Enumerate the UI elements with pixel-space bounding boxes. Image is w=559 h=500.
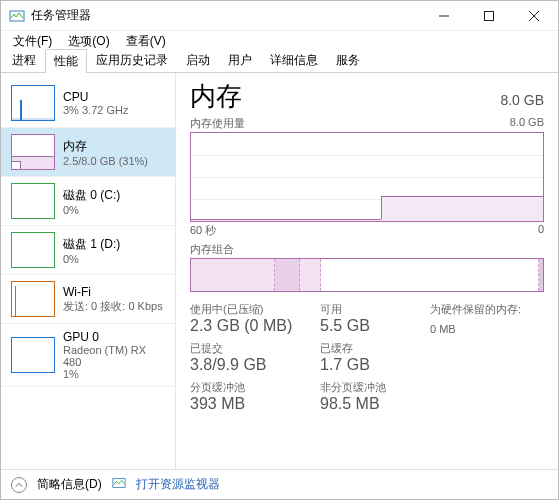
- sidebar-item-wifi[interactable]: Wi-Fi 发送: 0 接收: 0 Kbps: [1, 275, 175, 324]
- sidebar-item-sub: 2.5/8.0 GB (31%): [63, 155, 167, 167]
- sidebar-item-sub: 3% 3.72 GHz: [63, 104, 167, 116]
- usage-chart-max: 8.0 GB: [510, 116, 544, 131]
- disk-thumb-icon: [11, 183, 55, 219]
- stat-available-label: 可用: [320, 302, 430, 317]
- sidebar: CPU 3% 3.72 GHz 内存 2.5/8.0 GB (31%) 磁盘 0…: [1, 73, 176, 469]
- close-button[interactable]: [511, 1, 556, 30]
- stat-nonpaged-label: 非分页缓冲池: [320, 380, 430, 395]
- detail-title: 内存: [190, 79, 242, 114]
- titlebar: 任务管理器: [1, 1, 558, 31]
- sidebar-item-label: 磁盘 1 (D:): [63, 236, 167, 253]
- disk-thumb-icon: [11, 232, 55, 268]
- stat-paged-label: 分页缓冲池: [190, 380, 320, 395]
- footer: 简略信息(D) 打开资源监视器: [1, 469, 558, 499]
- sidebar-item-sub: 发送: 0 接收: 0 Kbps: [63, 299, 167, 314]
- resmon-icon: [112, 476, 126, 493]
- stat-paged-value: 393 MB: [190, 395, 320, 413]
- sidebar-item-disk0[interactable]: 磁盘 0 (C:) 0%: [1, 177, 175, 226]
- stat-inuse-label: 使用中(已压缩): [190, 302, 320, 317]
- sidebar-item-sub: 0%: [63, 204, 167, 216]
- sidebar-item-label: Wi-Fi: [63, 285, 167, 299]
- cpu-thumb-icon: [11, 85, 55, 121]
- tab-users[interactable]: 用户: [219, 48, 261, 72]
- svg-rect-2: [484, 11, 493, 20]
- memory-composition-chart[interactable]: [190, 258, 544, 292]
- window-title: 任务管理器: [31, 7, 421, 24]
- stat-committed-label: 已提交: [190, 341, 320, 356]
- fewer-details-button[interactable]: 简略信息(D): [37, 476, 102, 493]
- taskmgr-icon: [9, 8, 25, 24]
- sidebar-item-sub: Radeon (TM) RX 480: [63, 344, 167, 368]
- usage-chart-label: 内存使用量: [190, 116, 245, 131]
- stat-cached-value: 1.7 GB: [320, 356, 430, 374]
- timeline-right: 0: [538, 223, 544, 238]
- stat-inuse-value: 2.3 GB (0 MB): [190, 317, 320, 335]
- tab-services[interactable]: 服务: [327, 48, 369, 72]
- tabstrip: 进程 性能 应用历史记录 启动 用户 详细信息 服务: [1, 51, 558, 73]
- sidebar-item-disk1[interactable]: 磁盘 1 (D:) 0%: [1, 226, 175, 275]
- sidebar-item-gpu0[interactable]: GPU 0 Radeon (TM) RX 480 1%: [1, 324, 175, 387]
- sidebar-item-sub: 0%: [63, 253, 167, 265]
- chevron-up-icon[interactable]: [11, 477, 27, 493]
- sidebar-item-label: CPU: [63, 90, 167, 104]
- tab-details[interactable]: 详细信息: [261, 48, 327, 72]
- stat-hw-reserved-label: 为硬件保留的内存:: [430, 302, 521, 317]
- tab-performance[interactable]: 性能: [45, 49, 87, 73]
- sidebar-item-label: 磁盘 0 (C:): [63, 187, 167, 204]
- stat-nonpaged-value: 98.5 MB: [320, 395, 430, 413]
- memory-usage-chart[interactable]: [190, 132, 544, 222]
- tab-processes[interactable]: 进程: [3, 48, 45, 72]
- sidebar-item-memory[interactable]: 内存 2.5/8.0 GB (31%): [1, 128, 175, 177]
- composition-label: 内存组合: [190, 242, 544, 257]
- tab-startup[interactable]: 启动: [177, 48, 219, 72]
- stat-hw-reserved-value: 0 MB: [430, 323, 456, 335]
- stat-committed-value: 3.8/9.9 GB: [190, 356, 320, 374]
- sidebar-item-label: 内存: [63, 138, 167, 155]
- detail-panel: 内存 8.0 GB 内存使用量 8.0 GB 60 秒 0 内存组合: [176, 73, 558, 469]
- wifi-thumb-icon: [11, 281, 55, 317]
- sidebar-item-label: GPU 0: [63, 330, 167, 344]
- timeline-left: 60 秒: [190, 223, 216, 238]
- sidebar-item-sub2: 1%: [63, 368, 167, 380]
- tab-app-history[interactable]: 应用历史记录: [87, 48, 177, 72]
- sidebar-item-cpu[interactable]: CPU 3% 3.72 GHz: [1, 79, 175, 128]
- maximize-button[interactable]: [466, 1, 511, 30]
- main: CPU 3% 3.72 GHz 内存 2.5/8.0 GB (31%) 磁盘 0…: [1, 73, 558, 469]
- detail-total: 8.0 GB: [500, 92, 544, 108]
- stat-available-value: 5.5 GB: [320, 317, 430, 335]
- memory-stats: 使用中(已压缩) 2.3 GB (0 MB) 可用 5.5 GB 为硬件保留的内…: [190, 302, 544, 413]
- open-resource-monitor-link[interactable]: 打开资源监视器: [136, 476, 220, 493]
- stat-cached-label: 已缓存: [320, 341, 430, 356]
- memory-thumb-icon: [11, 134, 55, 170]
- gpu-thumb-icon: [11, 337, 55, 373]
- minimize-button[interactable]: [421, 1, 466, 30]
